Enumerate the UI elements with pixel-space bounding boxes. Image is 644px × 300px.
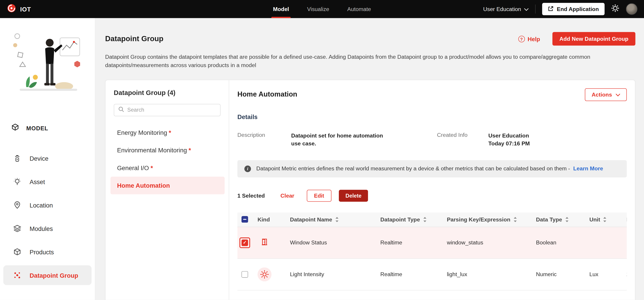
table-row[interactable]: Window Status Realtime window_status Boo… [238,227,627,259]
settings-gear-icon[interactable] [611,4,620,14]
user-menu-label: User Education [483,6,521,12]
group-item-label: Home Automation [117,182,170,189]
search-input[interactable] [127,107,216,113]
modules-layers-icon [12,224,22,233]
sidebar-item-label: Asset [30,178,45,185]
cell-data-type: Boolean [536,240,556,246]
col-kind: Kind [258,216,270,222]
required-marker: * [188,146,191,154]
chevron-down-icon [524,6,528,12]
cell-decimals: 2 [626,271,627,277]
page-title: Datapoint Group [105,34,163,43]
door-icon [260,238,269,248]
row-checkbox-ring [240,237,250,248]
group-list: Energy Monitoring* Environmental Monitor… [110,123,224,194]
group-item-label: Energy Monitoring [117,129,167,136]
sort-icon[interactable] [335,217,339,222]
table-header-row: Kind Datapoint Name Datapoint Type [238,212,627,227]
col-decimals: Dec [626,216,627,222]
app-window: IOT Model Visualize Automate User Educat… [0,0,644,300]
asset-bulb-icon [12,178,22,186]
select-all-checkbox[interactable] [242,216,248,222]
row-checkbox-empty[interactable] [242,271,248,278]
cell-parsing-key: window_status [447,240,483,246]
clear-selection-link[interactable]: Clear [280,192,294,198]
topbar-divider [535,4,536,14]
sidebar-item-datapoint-group[interactable]: Datapoint Group [4,265,92,285]
sort-icon[interactable] [513,217,517,222]
avatar[interactable] [626,4,638,15]
logo-icon [6,4,16,15]
location-pin-icon [12,201,22,209]
selected-count: 1 Selected [238,192,265,198]
chevron-down-icon [616,91,620,98]
help-link[interactable]: Help [518,36,540,42]
group-item-environmental-monitoring[interactable]: Environmental Monitoring* [110,141,224,159]
description-label: Description [238,132,291,138]
sort-icon[interactable] [603,217,607,222]
page-description: Datapoint Group contains the datapoint t… [105,53,622,70]
created-info-value: User Education Today 07:16 PM [488,132,627,148]
cell-unit: Lux [589,271,598,277]
delete-button[interactable]: Delete [339,190,368,202]
details-section-heading: Details [238,113,627,120]
add-new-datapoint-group-button[interactable]: Add New Datapoint Group [552,32,636,46]
sidebar-item-device[interactable]: Device [0,148,95,168]
col-parsing-key: Parsing Key/Expression [447,216,510,222]
end-application-label: End Application [557,6,599,12]
app-logo: IOT [6,4,31,15]
col-data-type: Data Type [536,216,562,222]
created-info-label: Created Info [437,132,488,138]
topbar-right: User Education End Application [483,3,637,15]
sort-icon[interactable] [565,217,568,222]
group-item-energy-monitoring[interactable]: Energy Monitoring* [110,123,224,141]
sidebar: MODEL Device [0,18,95,300]
main-content: Datapoint Group Help Add New Datapoint G… [95,18,644,300]
cell-parsing-key: light_lux [447,271,467,277]
group-search[interactable] [114,104,221,116]
datapoint-group-dots-icon [12,271,22,280]
created-by: User Education [488,132,627,140]
selection-toolbar: 1 Selected Clear Edit Delete [238,190,627,202]
group-item-label: General I/O [117,164,149,171]
actions-button[interactable]: Actions [585,88,627,101]
search-icon [118,106,124,114]
group-list-title: Datapoint Group (4) [114,89,221,96]
datapoint-group-list-panel: Datapoint Group (4) Energy Monitoring [106,80,229,300]
row-checkbox-checked[interactable] [242,239,248,246]
sidebar-item-modules[interactable]: Modules [0,218,95,238]
group-item-label: Environmental Monitoring [117,146,187,154]
learn-more-link[interactable]: Learn More [573,166,603,172]
info-note: Datapoint Metric entries defines the rea… [256,166,570,172]
products-box-icon [12,248,22,256]
top-navigation: Model Visualize Automate [272,0,372,18]
tab-visualize[interactable]: Visualize [306,0,330,18]
help-label: Help [528,36,540,42]
cell-datapoint-type: Realtime [380,240,402,246]
sort-icon[interactable] [423,217,426,222]
info-banner-text: Datapoint Metric entries defines the rea… [256,166,603,172]
cell-datapoint-name: Window Status [290,240,327,246]
external-link-icon [548,6,554,12]
device-icon [12,154,22,162]
cell-datapoint-name: Light Intensity [290,271,324,277]
group-item-general-io[interactable]: General I/O* [110,159,224,176]
table-row[interactable]: Light Intensity Realtime light_lux Numer… [238,258,627,290]
sidebar-section-model: MODEL [0,118,95,138]
col-unit: Unit [589,216,600,222]
info-icon [244,166,251,172]
tab-model[interactable]: Model [272,0,290,18]
sidebar-item-products[interactable]: Products [0,242,95,262]
end-application-button[interactable]: End Application [542,3,604,15]
group-item-home-automation[interactable]: Home Automation [110,176,224,194]
tab-automate[interactable]: Automate [346,0,372,18]
edit-button[interactable]: Edit [307,190,332,202]
actions-label: Actions [592,91,612,98]
sidebar-item-asset[interactable]: Asset [0,172,95,192]
sidebar-item-location[interactable]: Location [0,195,95,215]
info-banner: Datapoint Metric entries defines the rea… [238,160,627,177]
col-datapoint-name: Datapoint Name [290,216,332,222]
created-time: Today 07:16 PM [488,140,627,148]
user-menu[interactable]: User Education [483,6,528,12]
sidebar-item-label: Products [30,248,54,255]
